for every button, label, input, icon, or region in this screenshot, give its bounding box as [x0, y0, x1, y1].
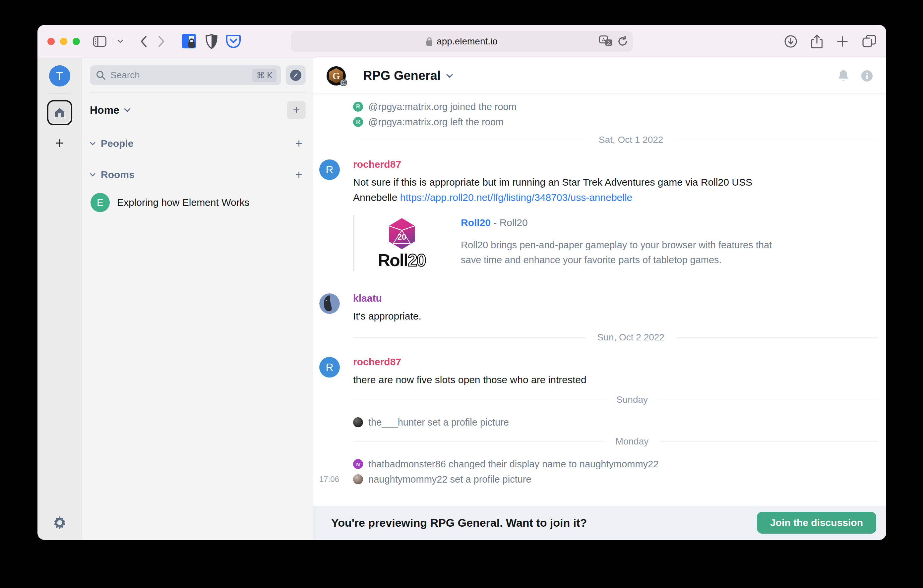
explore-rooms-button[interactable] — [286, 65, 305, 85]
share-icon[interactable] — [811, 34, 823, 49]
date-divider-label: Sat, Oct 1 2022 — [599, 135, 664, 145]
room-list-panel: ⌘ K Home + — [82, 58, 313, 540]
window-controls — [48, 38, 80, 45]
minimize-window-button[interactable] — [60, 38, 67, 45]
create-space-button[interactable]: + — [55, 135, 64, 151]
room-info-icon[interactable] — [861, 70, 873, 82]
add-button[interactable]: + — [287, 101, 305, 119]
chevron-down-icon — [124, 108, 131, 112]
space-name: Home — [90, 104, 119, 117]
message: R rocherd87 there are now five slots ope… — [353, 356, 878, 388]
avatar[interactable]: R — [319, 159, 340, 180]
room-header-avatar[interactable]: G — [327, 66, 346, 85]
message-body: Not sure if this is appropriate but im r… — [353, 175, 774, 205]
desktop: app.element.io A文 — [0, 0, 923, 588]
user-avatar[interactable]: T — [49, 65, 70, 87]
address-bar[interactable]: app.element.io A文 — [291, 31, 633, 52]
roll20-wordmark: Roll20 — [378, 251, 425, 269]
sender-name[interactable]: rocherd87 — [353, 159, 878, 170]
room-header: G RPG General — [313, 58, 886, 94]
date-divider: Sat, Oct 1 2022 — [353, 130, 878, 150]
chevron-down-icon[interactable] — [446, 74, 453, 78]
preview-prompt: You're previewing RPG General. Want to j… — [331, 516, 587, 529]
downloads-icon[interactable] — [784, 35, 797, 48]
room-list-item[interactable]: E Exploring how Element Works — [90, 193, 305, 212]
avatar[interactable] — [319, 293, 340, 314]
space-rail: T + — [38, 58, 82, 540]
reload-icon[interactable] — [618, 36, 627, 47]
room-avatar: E — [90, 193, 110, 212]
d20-icon: 20 — [387, 217, 417, 250]
join-discussion-button[interactable]: Join the discussion — [757, 512, 876, 534]
search-input-wrapper[interactable]: ⌘ K — [90, 65, 281, 85]
sidebar-toggle-icon[interactable] — [93, 36, 107, 47]
message-link[interactable]: https://app.roll20.net/lfg/listing/34870… — [400, 192, 632, 203]
event-text: naughtymommy22 set a profile picture — [368, 474, 532, 485]
avatar: R — [353, 102, 363, 112]
new-tab-icon[interactable] — [836, 36, 848, 48]
event-text: the___hunter set a profile picture — [368, 417, 509, 428]
section-label: People — [101, 138, 133, 149]
password-extension-icon[interactable] — [182, 33, 197, 50]
preview-title: Roll20 - Roll20 — [461, 217, 772, 228]
chevron-down-icon[interactable] — [117, 39, 123, 43]
section-people[interactable]: People + — [90, 136, 305, 151]
sender-name[interactable]: klaatu — [353, 293, 878, 304]
date-divider-label: Sun, Oct 2 2022 — [598, 332, 664, 343]
search-icon — [96, 70, 106, 80]
lock-icon — [426, 37, 433, 46]
translate-icon[interactable]: A文 — [599, 36, 613, 48]
preview-join-bar: You're previewing RPG General. Want to j… — [313, 506, 886, 540]
profile-event: the___hunter set a profile picture — [353, 415, 878, 430]
room-title[interactable]: RPG General — [363, 69, 441, 83]
event-text: @rpgya:matrix.org left the room — [368, 117, 504, 128]
settings-gear-icon[interactable] — [53, 516, 67, 530]
avatar: R — [353, 117, 363, 127]
chevron-down-icon — [90, 142, 95, 146]
space-header[interactable]: Home + — [90, 101, 305, 119]
svg-text:A: A — [602, 37, 605, 43]
zoom-window-button[interactable] — [72, 38, 80, 45]
room-name: Exploring how Element Works — [117, 197, 250, 208]
avatar — [353, 474, 363, 484]
add-people-button[interactable]: + — [296, 136, 305, 151]
message-body: It's appropriate. — [353, 309, 774, 324]
panel-divider — [90, 92, 305, 93]
url-text: app.element.io — [437, 36, 498, 47]
search-input[interactable] — [110, 70, 252, 80]
back-icon[interactable] — [140, 36, 147, 48]
browser-toolbar: app.element.io A文 — [38, 25, 886, 58]
add-room-button[interactable]: + — [296, 168, 305, 182]
event-timestamp: 17:06 — [319, 475, 339, 484]
message-timeline[interactable]: R @rpgya:matrix.org joined the room R @r… — [313, 94, 886, 506]
close-window-button[interactable] — [48, 38, 55, 45]
event-text: thatbadmonster86 changed their display n… — [368, 459, 659, 470]
notifications-bell-icon[interactable] — [837, 69, 850, 82]
chevron-down-icon — [90, 173, 95, 177]
url-preview-card: 20 Roll20 Roll20 - Roll20 Roll20 brings … — [353, 215, 878, 271]
shield-extension-icon[interactable] — [205, 34, 217, 49]
avatar[interactable]: R — [319, 357, 340, 378]
avatar: N — [353, 459, 363, 469]
tab-overview-icon[interactable] — [862, 35, 876, 48]
pocket-extension-icon[interactable] — [226, 34, 241, 49]
roll20-logo: 20 Roll20 — [371, 217, 432, 269]
membership-event: R @rpgya:matrix.org left the room — [353, 114, 878, 130]
svg-text:文: 文 — [607, 40, 611, 45]
sender-name[interactable]: rocherd87 — [353, 356, 878, 368]
rail-divider — [49, 93, 70, 94]
home-icon — [54, 107, 65, 118]
section-rooms[interactable]: Rooms + — [90, 168, 305, 182]
globe-badge-icon — [340, 79, 347, 86]
rename-event: N thatbadmonster86 changed their display… — [353, 457, 878, 471]
avatar — [353, 417, 363, 427]
date-divider: Sunday — [353, 389, 878, 410]
svg-text:20: 20 — [397, 232, 406, 241]
date-divider-label: Monday — [616, 436, 649, 447]
preview-title-link[interactable]: Roll20 — [461, 217, 491, 228]
safari-window: app.element.io A文 — [38, 25, 886, 540]
forward-icon[interactable] — [158, 36, 165, 48]
event-text: @rpgya:matrix.org joined the room — [368, 102, 517, 112]
home-space-button[interactable] — [47, 100, 72, 125]
membership-event: R @rpgya:matrix.org joined the room — [353, 99, 878, 114]
